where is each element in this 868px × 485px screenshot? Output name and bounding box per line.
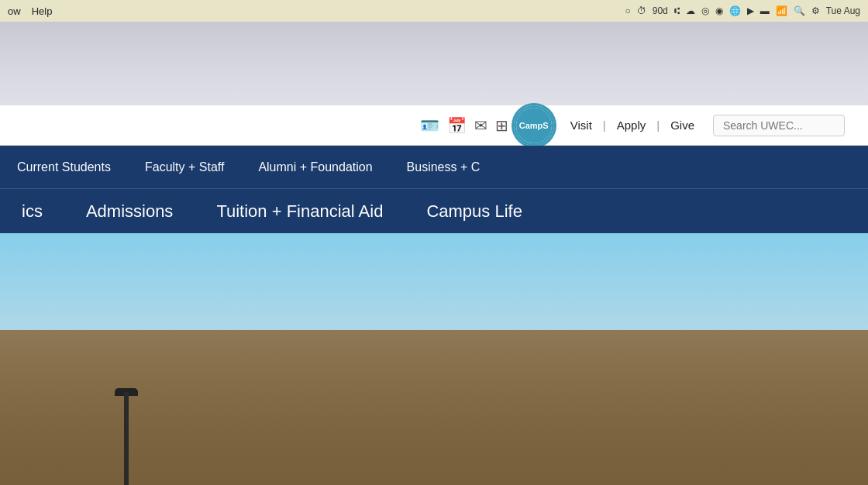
calendar-icon[interactable]: 📅 — [447, 116, 467, 135]
nav-campus-life[interactable]: Campus Life — [405, 189, 544, 234]
top-nav-links: Visit | Apply | Give — [560, 119, 705, 132]
timer-icon: ⏱ — [637, 5, 646, 16]
hero-image — [0, 233, 868, 485]
give-link[interactable]: Give — [660, 119, 705, 132]
timer-label: 90d — [653, 5, 668, 16]
eye-icon: ◎ — [701, 5, 709, 16]
building-image — [0, 330, 868, 485]
nav-faculty-staff[interactable]: Faculty + Staff — [128, 146, 241, 188]
second-nav-bar: ics Admissions Tuition + Financial Aid C… — [0, 188, 868, 233]
search-input[interactable] — [713, 115, 845, 136]
macos-menus[interactable]: ow Help — [8, 5, 52, 17]
browser-chrome: 🪪 📅 ✉ ⊞ CampS Visit | Apply | Give — [0, 22, 868, 146]
cloud-icon: ☁ — [686, 5, 695, 16]
apply-link[interactable]: Apply — [606, 119, 657, 132]
macos-menubar: ow Help ○ ⏱ 90d ⑆ ☁ ◎ ◉ 🌐 ▶ ▬ 📶 🔍 ⚙ Tue … — [0, 0, 868, 22]
main-nav-items: Current Students Faculty + Staff Alumni … — [0, 146, 868, 188]
street-lamp — [124, 392, 129, 485]
nav-alumni-foundation[interactable]: Alumni + Foundation — [241, 146, 389, 188]
grid-icon[interactable]: ⊞ — [495, 116, 508, 135]
toolbar-utility-icons: 🪪 📅 ✉ ⊞ — [420, 116, 508, 135]
nav-admissions[interactable]: Admissions — [64, 189, 195, 234]
main-nav-bar: Current Students Faculty + Staff Alumni … — [0, 146, 868, 188]
nav-ics[interactable]: ics — [0, 189, 64, 234]
wifi-icon: 📶 — [776, 5, 787, 16]
headphone-icon: ◉ — [715, 5, 723, 16]
camps-button[interactable]: CampS — [516, 108, 552, 143]
play-icon: ▶ — [747, 5, 754, 16]
contact-card-icon[interactable]: 🪪 — [420, 116, 439, 135]
visit-link[interactable]: Visit — [560, 119, 603, 132]
uwec-toolbar: 🪪 📅 ✉ ⊞ CampS Visit | Apply | Give — [0, 105, 868, 146]
nav-current-students[interactable]: Current Students — [0, 146, 128, 188]
globe-icon: 🌐 — [729, 5, 741, 16]
nav-tuition-financial-aid[interactable]: Tuition + Financial Aid — [195, 189, 405, 234]
share-icon: ⑆ — [674, 5, 680, 16]
battery-icon: ▬ — [760, 5, 770, 16]
control-icon[interactable]: ⚙ — [811, 5, 820, 16]
mail-icon[interactable]: ✉ — [474, 116, 487, 135]
clock-display: Tue Aug — [826, 5, 860, 16]
nav-business[interactable]: Business + C — [390, 146, 498, 188]
second-nav-items: ics Admissions Tuition + Financial Aid C… — [0, 189, 868, 234]
menu-help[interactable]: Help — [32, 5, 53, 17]
menu-ow[interactable]: ow — [8, 5, 21, 17]
search-icon[interactable]: 🔍 — [794, 5, 805, 16]
macos-status-icons: ○ ⏱ 90d ⑆ ☁ ◎ ◉ 🌐 ▶ ▬ 📶 🔍 ⚙ Tue Aug — [625, 5, 860, 16]
circle-icon: ○ — [625, 5, 630, 16]
